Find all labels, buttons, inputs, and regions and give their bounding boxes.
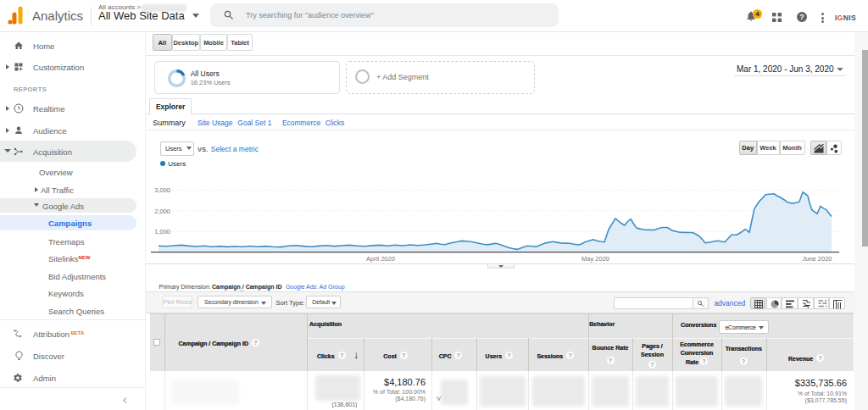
svg-text:April 2020: April 2020: [366, 255, 395, 263]
svg-text:June 2020: June 2020: [802, 255, 832, 263]
svg-text:2,000: 2,000: [154, 208, 170, 215]
svg-text:May 2020: May 2020: [581, 255, 609, 263]
svg-text:1,000: 1,000: [154, 228, 170, 235]
svg-text:3,000: 3,000: [154, 186, 170, 194]
